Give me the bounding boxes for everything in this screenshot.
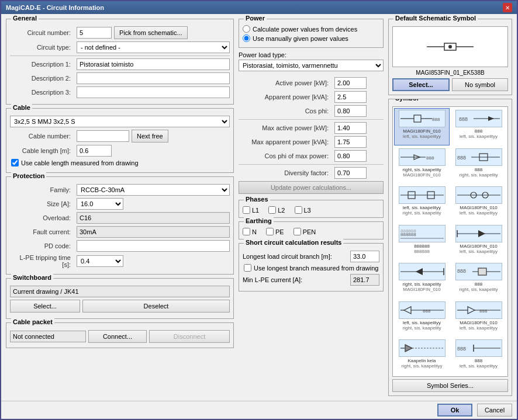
circuit-number-input[interactable] (77, 27, 112, 39)
apparent-power-input[interactable] (334, 91, 367, 103)
radio2-row: Use manually given power values (243, 34, 379, 42)
symbol-item-name: Kaapelin kela (408, 358, 436, 363)
cos-phi-max-input[interactable] (334, 150, 367, 162)
update-power-button[interactable]: Update power calculations... (239, 181, 384, 194)
switchboard-select-button[interactable]: Select... (10, 300, 80, 313)
l3-checkbox[interactable] (295, 206, 302, 214)
symbol-item-sub: left, sis. kaapelityy (460, 363, 498, 369)
symbol-item[interactable]: 888 MAGI180FIN_010 left, sis. kaapelityy (394, 108, 450, 145)
description1-input[interactable] (77, 58, 230, 70)
symbol-item-sub: right, sis. kaapelity (403, 325, 441, 331)
pen-checkbox[interactable] (293, 228, 301, 235)
symbol-item-name: 888 (475, 358, 482, 363)
active-power-row: Active power [kW]: (239, 77, 384, 89)
symbol-item[interactable]: 888 left, sis. kaapelityy right, sis. ka… (394, 300, 450, 337)
longest-branch-input[interactable] (350, 251, 379, 262)
lpe-select[interactable]: 0.4 (77, 255, 123, 267)
symbol-item[interactable]: 888 MAGI180FIN_010 left, sis. kaapelityy (451, 300, 506, 337)
diversity-input[interactable] (334, 167, 367, 179)
fault-current-row: Fault current: (10, 226, 230, 238)
pen-label[interactable]: PEN (293, 228, 316, 235)
symbol-item[interactable]: left, sis. kaapelityy right, sis. kaapel… (394, 185, 450, 222)
svg-rect-5 (414, 115, 421, 122)
svg-text:888: 888 (457, 155, 466, 161)
cos-phi-input[interactable] (334, 105, 367, 117)
family-select[interactable]: RCCB-C-30mA (77, 184, 230, 196)
l3-label[interactable]: L3 (295, 206, 311, 214)
circuit-type-row: Circuit type: - not defined - (10, 41, 230, 53)
power-title: Power (244, 15, 267, 22)
default-symbol-select-button[interactable]: Select... (392, 78, 450, 91)
deselect-button[interactable]: Deselect (82, 300, 230, 313)
symbol-series-button[interactable]: Symbol Series... (392, 379, 508, 392)
symbol-item[interactable]: MAGI180FIN_010 left, sis. kaapelityy (451, 223, 506, 261)
l1-label[interactable]: L1 (243, 206, 259, 214)
overload-input[interactable] (77, 212, 230, 224)
pd-code-label: PD code: (10, 242, 74, 249)
phases-title: Phases (244, 196, 270, 203)
symbol-item[interactable]: 888 888 right, sis. kaapelity (451, 147, 506, 184)
max-apparent-input[interactable] (334, 136, 367, 148)
min-lpe-label: Min L-PE current [A]: (243, 276, 302, 283)
close-button[interactable]: ✕ (503, 3, 512, 12)
symbol-item-sub: left, sis. kaapelityy (403, 134, 441, 139)
description2-input[interactable] (77, 72, 230, 84)
description3-input[interactable] (77, 86, 230, 98)
symbol-item[interactable]: Kaapelin kela right, sis. kaapelityy (394, 338, 450, 375)
use-longest-checkbox[interactable] (244, 264, 251, 272)
symbol-grid: 888 MAGI180FIN_010 left, sis. kaapelityy… (392, 106, 508, 377)
symbol-item[interactable]: 888 right, sis. kaapelity MAGI180FIN_010 (394, 147, 450, 184)
radio-manual[interactable] (243, 34, 250, 42)
pick-from-schematic-button[interactable]: Pick from schematic... (114, 26, 188, 39)
symbol-item[interactable]: 888 888 left, sis. kaapelityy (451, 108, 506, 145)
symbol-item[interactable]: 888 888 right, sis. kaapelity (451, 261, 506, 298)
l2-label[interactable]: L2 (268, 206, 285, 214)
switchboard-group: Switchboard Select... Deselect (6, 278, 234, 319)
cable-length-input[interactable] (77, 145, 112, 157)
connect-button[interactable]: Connect... (88, 330, 147, 343)
symbol-item[interactable]: 888 888 left, sis. kaapelityy (451, 338, 506, 375)
symbol-img: 888 (455, 339, 502, 357)
symbol-item-sub: 888888 (414, 249, 430, 254)
max-active-input[interactable] (334, 122, 367, 134)
size-select[interactable]: 16.0 (77, 198, 123, 210)
active-power-input[interactable] (334, 77, 367, 89)
circuit-type-select[interactable]: - not defined - (77, 41, 230, 53)
longest-branch-label: Longest load circuit branch [m]: (243, 253, 332, 260)
fault-current-input[interactable] (77, 226, 230, 238)
disconnect-button[interactable]: Disconnect (149, 330, 230, 343)
default-symbol-group: Default Schematic Symbol MAGI853FIN_01_E… (388, 19, 512, 95)
l2-checkbox[interactable] (268, 206, 276, 214)
pe-label[interactable]: PE (266, 228, 284, 235)
radio-calculate[interactable] (243, 25, 250, 33)
symbol-item-name: MAGI180FIN_010 (460, 320, 497, 325)
next-free-button[interactable]: Next free (132, 130, 168, 143)
pe-checkbox[interactable] (266, 228, 274, 235)
symbol-item-name: 888 (475, 282, 482, 287)
symbol-item[interactable]: MAGI180FIN_010 left, sis. kaapelityy (451, 185, 506, 222)
symbol-img: 888 (455, 148, 502, 166)
svg-text:888: 888 (423, 308, 431, 314)
cable-length-label: Cable length [m]: (10, 147, 74, 154)
pd-code-input[interactable] (77, 240, 230, 252)
n-label[interactable]: N (243, 228, 257, 235)
power-load-select[interactable]: Pistorasiat, toimisto, varmennettu (239, 60, 384, 71)
cable-type-select[interactable]: 3x2,5 S MMJ 3x2,5 S (10, 116, 230, 127)
symbol-img: 888 (455, 263, 502, 280)
diversity-label: Diversity factor: (239, 169, 332, 176)
symbol-item[interactable]: 888888888888 888888 888888 (394, 223, 450, 261)
ok-button[interactable]: Ok (437, 404, 472, 416)
l1-checkbox[interactable] (243, 206, 250, 214)
min-lpe-input[interactable] (350, 274, 379, 286)
n-checkbox[interactable] (243, 228, 250, 235)
symbol-item-sub: right, sis. kaapelityy (402, 363, 443, 369)
power-load-section: Power load type: Pistorasiat, toimisto, … (239, 51, 384, 71)
no-symbol-button[interactable]: No symbol (452, 78, 508, 91)
use-cable-length-checkbox[interactable] (11, 159, 19, 166)
symbol-img: 888 (455, 301, 502, 319)
symbol-item-name: MAGI180FIN_010 (403, 129, 440, 134)
cancel-button[interactable]: Cancel (477, 404, 512, 416)
cable-number-input[interactable] (77, 130, 129, 142)
symbol-item[interactable]: right, sis. kaapelity MAGI180FIN_010 (394, 261, 450, 298)
middle-panel: Power Calculate power values from device… (239, 19, 384, 396)
